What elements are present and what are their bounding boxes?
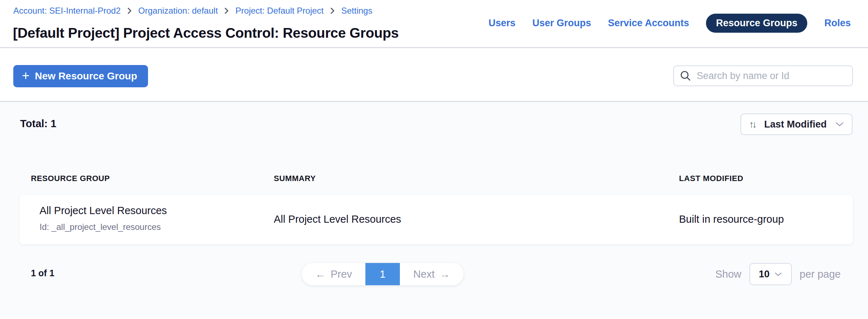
column-header-resource-group: RESOURCE GROUP <box>31 174 110 183</box>
page-title: [Default Project] Project Access Control… <box>13 25 399 41</box>
page-header: Account: SEI-Internal-Prod2 Organization… <box>0 0 868 48</box>
show-label: Show <box>715 268 742 280</box>
arrow-right-icon: → <box>440 269 450 279</box>
current-page-button[interactable]: 1 <box>365 263 400 285</box>
breadcrumb-project[interactable]: Project: Default Project <box>235 6 323 16</box>
resource-group-name: All Project Level Resources <box>40 205 167 217</box>
tab-user-groups[interactable]: User Groups <box>532 18 591 29</box>
tab-service-accounts[interactable]: Service Accounts <box>608 18 689 29</box>
breadcrumb: Account: SEI-Internal-Prod2 Organization… <box>13 6 372 16</box>
prev-label: Prev <box>331 268 352 280</box>
chevron-right-icon <box>224 7 229 15</box>
search-box <box>673 65 853 86</box>
breadcrumb-account[interactable]: Account: SEI-Internal-Prod2 <box>13 6 121 16</box>
tab-roles[interactable]: Roles <box>824 18 851 29</box>
chevron-right-icon <box>330 7 335 15</box>
next-label: Next <box>413 268 435 280</box>
sort-dropdown[interactable]: ↑↓ Last Modified <box>740 114 853 135</box>
chevron-right-icon <box>127 7 132 15</box>
column-header-summary: SUMMARY <box>274 174 316 183</box>
breadcrumb-organization[interactable]: Organization: default <box>138 6 218 16</box>
chevron-down-icon <box>835 122 844 127</box>
breadcrumb-settings[interactable]: Settings <box>341 6 373 16</box>
toolbar: + New Resource Group <box>0 48 868 102</box>
prev-page-button[interactable]: ← Prev <box>302 263 365 285</box>
pagination-control: ← Prev 1 Next → <box>302 263 463 285</box>
column-header-last-modified: LAST MODIFIED <box>679 174 743 183</box>
chevron-down-icon <box>774 272 782 277</box>
access-control-tabs: Users User Groups Service Accounts Resou… <box>489 14 851 33</box>
search-icon <box>680 70 691 82</box>
new-resource-group-label: New Resource Group <box>35 70 137 82</box>
page-size-control: Show 10 per page <box>715 262 841 286</box>
new-resource-group-button[interactable]: + New Resource Group <box>13 65 148 87</box>
table-row[interactable]: All Project Level Resources Id: _all_pro… <box>19 195 853 244</box>
total-count: Total: 1 <box>20 118 56 130</box>
sort-label: Last Modified <box>764 119 827 130</box>
resource-group-summary: All Project Level Resources <box>274 213 401 225</box>
sort-arrows-icon: ↑↓ <box>749 120 755 129</box>
search-input[interactable] <box>697 70 846 82</box>
next-page-button[interactable]: Next → <box>400 263 463 285</box>
tab-users[interactable]: Users <box>489 18 516 29</box>
page-range-label: 1 of 1 <box>31 268 54 278</box>
resource-group-id: Id: _all_project_level_resources <box>40 222 161 232</box>
per-page-label: per page <box>800 268 841 280</box>
resource-group-last-modified: Built in resource-group <box>679 213 784 225</box>
plus-icon: + <box>22 69 29 82</box>
arrow-left-icon: ← <box>315 269 326 279</box>
page-size-value: 10 <box>759 269 770 280</box>
page: Account: SEI-Internal-Prod2 Organization… <box>0 0 868 319</box>
resource-groups-list: Total: 1 ↑↓ Last Modified RESOURCE GROUP… <box>0 102 868 318</box>
page-size-select[interactable]: 10 <box>749 263 792 285</box>
tab-resource-groups[interactable]: Resource Groups <box>706 14 808 33</box>
